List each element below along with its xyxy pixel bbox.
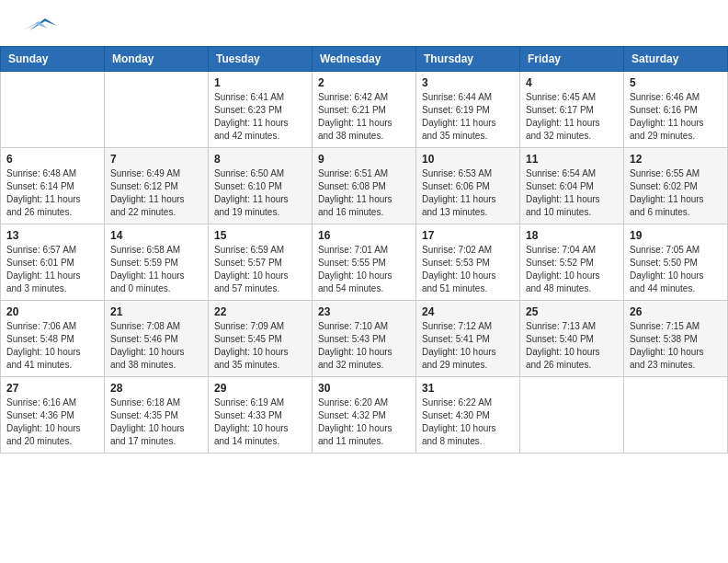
- calendar-cell: 8Sunrise: 6:50 AMSunset: 6:10 PMDaylight…: [209, 148, 313, 224]
- calendar-week-row: 20Sunrise: 7:06 AMSunset: 5:48 PMDayligh…: [1, 301, 728, 377]
- calendar-cell: 13Sunrise: 6:57 AMSunset: 6:01 PMDayligh…: [1, 224, 105, 301]
- day-info: Sunrise: 7:08 AMSunset: 5:46 PMDaylight:…: [110, 320, 202, 372]
- day-number: 25: [526, 305, 618, 318]
- day-number: 5: [630, 76, 722, 89]
- day-number: 12: [630, 153, 722, 166]
- calendar-table: SundayMondayTuesdayWednesdayThursdayFrid…: [0, 46, 728, 454]
- day-info: Sunrise: 7:05 AMSunset: 5:50 PMDaylight:…: [630, 244, 722, 295]
- day-info: Sunrise: 7:10 AMSunset: 5:43 PMDaylight:…: [318, 320, 410, 372]
- calendar-cell: 19Sunrise: 7:05 AMSunset: 5:50 PMDayligh…: [624, 224, 728, 301]
- page-header: [0, 0, 728, 46]
- calendar-cell: [1, 72, 105, 148]
- day-info: Sunrise: 6:54 AMSunset: 6:04 PMDaylight:…: [526, 167, 618, 219]
- calendar-cell: 24Sunrise: 7:12 AMSunset: 5:41 PMDayligh…: [416, 301, 520, 377]
- calendar-cell: 12Sunrise: 6:55 AMSunset: 6:02 PMDayligh…: [624, 148, 728, 224]
- day-info: Sunrise: 7:13 AMSunset: 5:40 PMDaylight:…: [526, 320, 618, 372]
- calendar-cell: 17Sunrise: 7:02 AMSunset: 5:53 PMDayligh…: [416, 224, 520, 301]
- calendar-cell: 14Sunrise: 6:58 AMSunset: 5:59 PMDayligh…: [105, 224, 209, 301]
- day-info: Sunrise: 6:44 AMSunset: 6:19 PMDaylight:…: [422, 91, 514, 143]
- day-info: Sunrise: 6:42 AMSunset: 6:21 PMDaylight:…: [318, 91, 410, 143]
- calendar-cell: 25Sunrise: 7:13 AMSunset: 5:40 PMDayligh…: [520, 301, 624, 377]
- calendar-cell: 23Sunrise: 7:10 AMSunset: 5:43 PMDayligh…: [313, 301, 416, 377]
- day-info: Sunrise: 6:59 AMSunset: 5:57 PMDaylight:…: [214, 244, 306, 295]
- day-info: Sunrise: 6:49 AMSunset: 6:12 PMDaylight:…: [110, 167, 202, 219]
- day-number: 2: [318, 76, 410, 89]
- calendar-cell: 20Sunrise: 7:06 AMSunset: 5:48 PMDayligh…: [1, 301, 105, 377]
- calendar-cell: 2Sunrise: 6:42 AMSunset: 6:21 PMDaylight…: [313, 72, 416, 148]
- day-info: Sunrise: 6:22 AMSunset: 4:30 PMDaylight:…: [422, 396, 514, 448]
- day-info: Sunrise: 6:41 AMSunset: 6:23 PMDaylight:…: [214, 91, 306, 143]
- day-info: Sunrise: 6:58 AMSunset: 5:59 PMDaylight:…: [110, 244, 202, 295]
- calendar-cell: 28Sunrise: 6:18 AMSunset: 4:35 PMDayligh…: [105, 377, 209, 454]
- col-header-monday: Monday: [105, 47, 209, 72]
- calendar-cell: 3Sunrise: 6:44 AMSunset: 6:19 PMDaylight…: [416, 72, 520, 148]
- day-info: Sunrise: 7:01 AMSunset: 5:55 PMDaylight:…: [318, 244, 410, 295]
- day-number: 23: [318, 305, 410, 318]
- calendar-header-row: SundayMondayTuesdayWednesdayThursdayFrid…: [1, 47, 728, 72]
- day-number: 6: [6, 153, 98, 166]
- calendar-cell: 1Sunrise: 6:41 AMSunset: 6:23 PMDaylight…: [209, 72, 313, 148]
- day-number: 7: [110, 153, 202, 166]
- day-info: Sunrise: 6:48 AMSunset: 6:14 PMDaylight:…: [6, 167, 98, 219]
- calendar-cell: 18Sunrise: 7:04 AMSunset: 5:52 PMDayligh…: [520, 224, 624, 301]
- calendar-cell: 31Sunrise: 6:22 AMSunset: 4:30 PMDayligh…: [416, 377, 520, 454]
- col-header-friday: Friday: [520, 47, 624, 72]
- day-info: Sunrise: 6:46 AMSunset: 6:16 PMDaylight:…: [630, 91, 722, 143]
- calendar-cell: 9Sunrise: 6:51 AMSunset: 6:08 PMDaylight…: [313, 148, 416, 224]
- calendar-cell: 10Sunrise: 6:53 AMSunset: 6:06 PMDayligh…: [416, 148, 520, 224]
- calendar-week-row: 1Sunrise: 6:41 AMSunset: 6:23 PMDaylight…: [1, 72, 728, 148]
- calendar-cell: 22Sunrise: 7:09 AMSunset: 5:45 PMDayligh…: [209, 301, 313, 377]
- day-number: 18: [526, 229, 618, 242]
- day-number: 10: [422, 153, 514, 166]
- calendar-cell: 27Sunrise: 6:16 AMSunset: 4:36 PMDayligh…: [1, 377, 105, 454]
- logo: [22, 17, 59, 37]
- day-info: Sunrise: 6:16 AMSunset: 4:36 PMDaylight:…: [6, 396, 98, 448]
- day-info: Sunrise: 7:02 AMSunset: 5:53 PMDaylight:…: [422, 244, 514, 295]
- col-header-sunday: Sunday: [1, 47, 105, 72]
- day-number: 9: [318, 153, 410, 166]
- day-info: Sunrise: 7:06 AMSunset: 5:48 PMDaylight:…: [6, 320, 98, 372]
- day-number: 24: [422, 305, 514, 318]
- col-header-thursday: Thursday: [416, 47, 520, 72]
- calendar-week-row: 6Sunrise: 6:48 AMSunset: 6:14 PMDaylight…: [1, 148, 728, 224]
- calendar-cell: [520, 377, 624, 454]
- day-number: 11: [526, 153, 618, 166]
- day-number: 3: [422, 76, 514, 89]
- col-header-wednesday: Wednesday: [313, 47, 416, 72]
- day-info: Sunrise: 7:04 AMSunset: 5:52 PMDaylight:…: [526, 244, 618, 295]
- day-number: 19: [630, 229, 722, 242]
- calendar-cell: 5Sunrise: 6:46 AMSunset: 6:16 PMDaylight…: [624, 72, 728, 148]
- day-info: Sunrise: 6:50 AMSunset: 6:10 PMDaylight:…: [214, 167, 306, 219]
- day-number: 1: [214, 76, 306, 89]
- calendar-cell: 15Sunrise: 6:59 AMSunset: 5:57 PMDayligh…: [209, 224, 313, 301]
- day-number: 17: [422, 229, 514, 242]
- day-number: 27: [6, 382, 98, 395]
- calendar-cell: [105, 72, 209, 148]
- day-number: 14: [110, 229, 202, 242]
- calendar-cell: 29Sunrise: 6:19 AMSunset: 4:33 PMDayligh…: [209, 377, 313, 454]
- day-number: 22: [214, 305, 306, 318]
- col-header-tuesday: Tuesday: [209, 47, 313, 72]
- day-info: Sunrise: 7:12 AMSunset: 5:41 PMDaylight:…: [422, 320, 514, 372]
- logo-icon: [22, 17, 59, 33]
- calendar-cell: 16Sunrise: 7:01 AMSunset: 5:55 PMDayligh…: [313, 224, 416, 301]
- calendar-week-row: 13Sunrise: 6:57 AMSunset: 6:01 PMDayligh…: [1, 224, 728, 301]
- day-number: 26: [630, 305, 722, 318]
- day-info: Sunrise: 7:09 AMSunset: 5:45 PMDaylight:…: [214, 320, 306, 372]
- calendar-cell: 26Sunrise: 7:15 AMSunset: 5:38 PMDayligh…: [624, 301, 728, 377]
- calendar-week-row: 27Sunrise: 6:16 AMSunset: 4:36 PMDayligh…: [1, 377, 728, 454]
- day-info: Sunrise: 6:57 AMSunset: 6:01 PMDaylight:…: [6, 244, 98, 295]
- day-number: 30: [318, 382, 410, 395]
- day-number: 16: [318, 229, 410, 242]
- calendar-cell: 4Sunrise: 6:45 AMSunset: 6:17 PMDaylight…: [520, 72, 624, 148]
- day-number: 29: [214, 382, 306, 395]
- day-info: Sunrise: 6:55 AMSunset: 6:02 PMDaylight:…: [630, 167, 722, 219]
- day-number: 15: [214, 229, 306, 242]
- day-info: Sunrise: 6:45 AMSunset: 6:17 PMDaylight:…: [526, 91, 618, 143]
- day-number: 13: [6, 229, 98, 242]
- calendar-cell: 11Sunrise: 6:54 AMSunset: 6:04 PMDayligh…: [520, 148, 624, 224]
- day-number: 4: [526, 76, 618, 89]
- day-number: 28: [110, 382, 202, 395]
- day-number: 20: [6, 305, 98, 318]
- calendar-cell: 7Sunrise: 6:49 AMSunset: 6:12 PMDaylight…: [105, 148, 209, 224]
